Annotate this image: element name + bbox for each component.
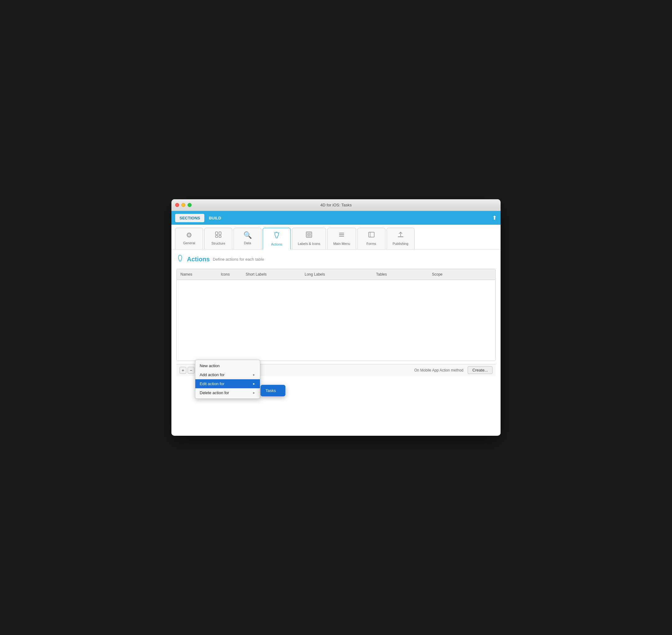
add-row-button[interactable]: + — [180, 367, 186, 374]
tab-forms[interactable]: Forms — [357, 228, 385, 249]
app-window: 4D for iOS: Tasks SECTIONS BUILD ⬆ ⚙ Gen… — [171, 199, 501, 436]
window-title: 4D for iOS: Tasks — [320, 203, 352, 207]
ctx-add-arrow-icon: ► — [252, 373, 256, 376]
section-header: Actions Define actions for each table — [176, 255, 496, 264]
forms-icon — [368, 231, 375, 240]
tab-general-label: General — [183, 241, 195, 245]
publishing-icon — [397, 231, 404, 240]
tab-main-menu[interactable]: Main Menu — [327, 228, 356, 249]
svg-rect-7 — [306, 232, 312, 237]
tab-publishing[interactable]: Publishing — [386, 228, 415, 249]
actions-table: Names Icons Short Labels Long Labels Tab… — [176, 269, 496, 361]
svg-rect-15 — [369, 232, 374, 237]
build-tab[interactable]: BUILD — [204, 214, 226, 222]
table-body — [177, 280, 495, 360]
ctx-edit-action-for[interactable]: Edit action for ► Tasks — [195, 379, 260, 388]
ctx-add-action-for[interactable]: Add action for ► — [195, 370, 260, 379]
col-names: Names — [177, 271, 217, 278]
tab-structure[interactable]: Structure — [204, 228, 232, 249]
minimize-button[interactable] — [181, 203, 185, 207]
col-long-labels: Long Labels — [301, 271, 372, 278]
actions-icon — [273, 231, 280, 241]
tab-main-menu-label: Main Menu — [333, 242, 350, 245]
col-short-labels: Short Labels — [242, 271, 301, 278]
content-area: Actions Define actions for each table Na… — [171, 249, 501, 436]
svg-rect-10 — [307, 235, 309, 237]
ctx-new-action-label: New action — [200, 364, 219, 368]
col-scope: Scope — [428, 271, 495, 278]
tab-labels-icons-label: Labels & Icons — [298, 242, 320, 245]
tab-labels-icons[interactable]: Labels & Icons — [292, 228, 326, 249]
svg-rect-12 — [339, 233, 344, 234]
tab-publishing-label: Publishing — [393, 242, 408, 245]
tab-data[interactable]: 🔍 Data — [233, 228, 261, 249]
svg-rect-8 — [307, 233, 309, 234]
ctx-add-action-for-label: Add action for — [200, 372, 225, 377]
tab-data-label: Data — [244, 241, 251, 245]
main-toolbar: SECTIONS BUILD ⬆ — [171, 211, 501, 225]
ctx-delete-action-for-label: Delete action for — [200, 390, 229, 395]
labels-icons-icon — [306, 231, 312, 240]
tab-general[interactable]: ⚙ General — [175, 228, 203, 249]
sections-tab[interactable]: SECTIONS — [175, 214, 204, 222]
data-icon: 🔍 — [244, 231, 252, 239]
section-title: Actions — [187, 256, 210, 263]
svg-rect-9 — [309, 233, 311, 234]
tab-structure-label: Structure — [211, 241, 226, 245]
ctx-delete-action-for[interactable]: Delete action for ► — [195, 388, 260, 397]
context-menu: New action Add action for ► Edit action … — [195, 360, 260, 399]
ctx-edit-arrow-icon: ► — [252, 382, 256, 386]
structure-icon — [215, 231, 222, 240]
main-menu-icon — [338, 231, 345, 240]
remove-row-button[interactable]: − — [188, 367, 194, 374]
col-tables: Tables — [372, 271, 428, 278]
gear-icon: ⚙ — [186, 231, 192, 239]
svg-line-5 — [274, 233, 275, 233]
title-bar: 4D for iOS: Tasks — [171, 199, 501, 211]
close-button[interactable] — [175, 203, 179, 207]
tab-actions[interactable]: Actions — [263, 228, 291, 249]
table-header: Names Icons Short Labels Long Labels Tab… — [177, 269, 495, 280]
method-label: On Mobile App Action method — [414, 368, 463, 372]
svg-rect-11 — [309, 235, 311, 237]
col-icons: Icons — [217, 271, 242, 278]
svg-rect-2 — [215, 236, 218, 237]
traffic-lights — [175, 203, 192, 207]
svg-rect-3 — [219, 236, 221, 237]
ctx-delete-arrow-icon: ► — [252, 391, 256, 394]
upload-icon[interactable]: ⬆ — [492, 215, 497, 221]
svg-rect-1 — [219, 232, 221, 235]
svg-rect-13 — [339, 234, 344, 235]
create-button[interactable]: Create... — [468, 366, 492, 374]
tab-forms-label: Forms — [366, 242, 376, 245]
ctx-edit-submenu: Tasks — [260, 385, 286, 396]
svg-line-6 — [278, 233, 279, 233]
ctx-submenu-tasks-label: Tasks — [266, 388, 276, 393]
section-actions-icon — [176, 255, 184, 264]
svg-rect-17 — [398, 237, 403, 237]
svg-rect-0 — [215, 232, 218, 235]
svg-rect-14 — [339, 236, 344, 237]
ctx-submenu-tasks[interactable]: Tasks — [260, 386, 286, 395]
tab-actions-label: Actions — [271, 242, 282, 246]
ctx-edit-action-for-label: Edit action for — [200, 381, 225, 386]
nav-tabs: ⚙ General Structure 🔍 Data — [171, 225, 501, 249]
section-description: Define actions for each table — [213, 257, 264, 262]
ctx-new-action[interactable]: New action — [195, 361, 260, 370]
maximize-button[interactable] — [188, 203, 192, 207]
